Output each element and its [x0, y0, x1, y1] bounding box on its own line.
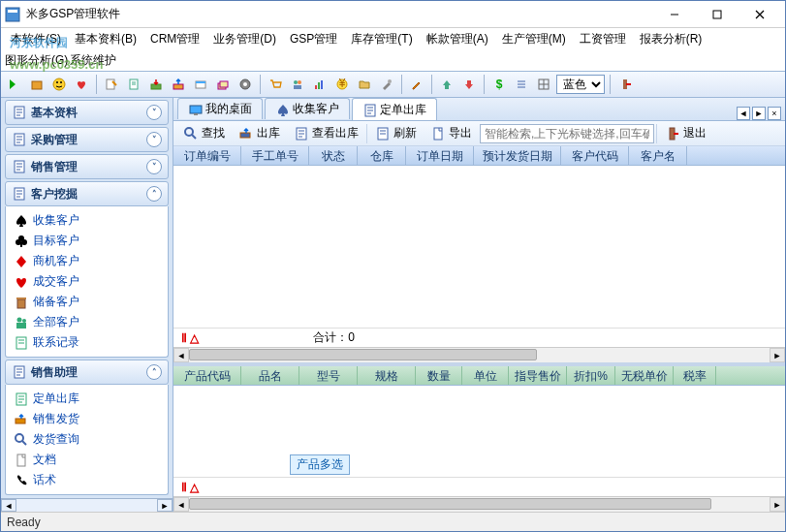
column-header[interactable]: 订单编号: [173, 146, 241, 165]
column-header[interactable]: 手工单号: [241, 146, 309, 165]
tab[interactable]: 我的桌面: [177, 98, 263, 119]
tb-people-icon[interactable]: [288, 75, 307, 94]
hscroll-right[interactable]: ►: [770, 348, 785, 362]
view-button[interactable]: 查看出库: [288, 123, 364, 144]
menu-item[interactable]: GSP管理: [284, 29, 343, 49]
tb-doc-icon[interactable]: [124, 75, 143, 94]
sidebar-item[interactable]: 收集客户: [8, 210, 166, 231]
hscroll-right[interactable]: ►: [770, 497, 785, 512]
sidebar-item[interactable]: 销售发货: [8, 409, 166, 429]
tb-chart-icon[interactable]: [310, 75, 330, 94]
close-button[interactable]: [739, 2, 781, 27]
scroll-left-button[interactable]: ◄: [1, 499, 16, 512]
tb-dollar-icon[interactable]: $: [489, 75, 509, 94]
find-button[interactable]: 查找: [177, 123, 231, 144]
tb-out-icon[interactable]: [169, 75, 188, 94]
sidebar-item[interactable]: 联系记录: [8, 332, 166, 353]
tb-folder-icon[interactable]: [355, 75, 374, 94]
menu-item[interactable]: 报表分析(R): [634, 29, 708, 49]
export-button[interactable]: 导出: [424, 123, 478, 144]
menu-item[interactable]: 本软件(S): [5, 29, 67, 49]
sidebar-item[interactable]: 文档: [8, 450, 166, 470]
column-header[interactable]: 产品代码: [173, 366, 241, 385]
menu-item[interactable]: 帐款管理(A): [421, 29, 494, 49]
tb-in-icon[interactable]: [146, 75, 166, 94]
column-header[interactable]: 客户代码: [561, 146, 629, 165]
column-header[interactable]: 单位: [462, 366, 509, 385]
tb-cart-icon[interactable]: [266, 75, 285, 94]
menu-item[interactable]: 生产管理(M): [496, 29, 572, 49]
column-header[interactable]: 数量: [416, 366, 462, 385]
sidebar-header-crm[interactable]: 客户挖掘˄: [5, 181, 169, 206]
tb-edit-icon[interactable]: [407, 75, 426, 94]
column-header[interactable]: 税率: [674, 366, 716, 385]
tb-card-icon[interactable]: [191, 75, 210, 94]
menu-item[interactable]: 基本资料(B): [69, 29, 142, 49]
menu-item[interactable]: 系统维护: [70, 52, 116, 69]
lower-grid-body[interactable]: 产品多选: [173, 386, 785, 477]
hscroll-left[interactable]: ◄: [173, 348, 189, 362]
column-header[interactable]: 规格: [358, 366, 416, 385]
tab-next-button[interactable]: ►: [752, 107, 766, 120]
column-header[interactable]: 折扣%: [567, 366, 615, 385]
sidebar-item[interactable]: 储备客户: [8, 292, 166, 312]
tab[interactable]: 定单出库: [352, 98, 437, 120]
menu-item[interactable]: 库存管理(T): [345, 29, 418, 49]
column-header[interactable]: 型号: [299, 366, 358, 385]
sidebar-header-assist[interactable]: 销售助理˄: [5, 360, 169, 385]
out-button[interactable]: 出库: [233, 123, 286, 144]
tab-close-button[interactable]: ×: [768, 107, 781, 120]
tb-arrow-icon[interactable]: [5, 75, 24, 94]
sidebar-item[interactable]: 商机客户: [8, 251, 166, 271]
scroll-right-button[interactable]: ►: [157, 499, 173, 512]
hscroll-track[interactable]: [189, 497, 770, 512]
column-header[interactable]: 品名: [241, 366, 299, 385]
minimize-button[interactable]: [653, 2, 696, 27]
menu-item[interactable]: CRM管理: [144, 29, 205, 49]
upper-grid-body[interactable]: [173, 166, 785, 328]
tb-settings-icon[interactable]: [236, 75, 255, 94]
tb-stack-icon[interactable]: [213, 75, 233, 94]
column-header[interactable]: 仓库: [358, 146, 406, 165]
hscroll-left[interactable]: ◄: [173, 497, 189, 512]
column-header[interactable]: 状态: [309, 146, 358, 165]
hscroll-thumb[interactable]: [189, 349, 537, 360]
sidebar-header-basic[interactable]: 基本资料˅: [5, 100, 169, 125]
tb-money-icon[interactable]: ¥: [332, 75, 352, 94]
sidebar-item[interactable]: 全部客户: [8, 312, 166, 332]
tb-grid-icon[interactable]: [534, 75, 553, 94]
multi-select-button[interactable]: 产品多选: [290, 454, 350, 475]
theme-select[interactable]: 蓝色: [556, 75, 605, 94]
sidebar-item[interactable]: 成交客户: [8, 271, 166, 292]
tb-smile-icon[interactable]: [49, 75, 69, 94]
column-header[interactable]: 客户名: [629, 146, 687, 165]
menu-item[interactable]: 工资管理: [574, 29, 632, 49]
sidebar-item[interactable]: 目标客户: [8, 231, 166, 251]
tb-compose-icon[interactable]: [102, 75, 121, 94]
tab-prev-button[interactable]: ◄: [737, 107, 750, 120]
refresh-button[interactable]: 刷新: [369, 123, 423, 144]
menu-item[interactable]: 业务管理(D): [207, 29, 282, 49]
sidebar-header-purchase[interactable]: 采购管理˅: [5, 127, 169, 152]
column-header[interactable]: 指导售价: [509, 366, 567, 385]
tb-heart-icon[interactable]: [72, 75, 91, 94]
maximize-button[interactable]: [696, 2, 739, 27]
scroll-track[interactable]: [16, 499, 157, 512]
column-header[interactable]: 无税单价: [615, 366, 674, 385]
menu-item[interactable]: 图形分析(G): [5, 52, 68, 69]
exit-button[interactable]: 退出: [659, 123, 712, 144]
column-header[interactable]: 预计发货日期: [474, 146, 561, 165]
tb-exit-icon[interactable]: [615, 75, 635, 94]
hscroll-thumb[interactable]: [189, 498, 711, 510]
column-header[interactable]: 订单日期: [406, 146, 474, 165]
tb-up-icon[interactable]: [437, 75, 456, 94]
tb-list-icon[interactable]: [512, 75, 531, 94]
hscroll-track[interactable]: [189, 348, 770, 362]
tb-tool-icon[interactable]: [377, 75, 396, 94]
search-input[interactable]: [480, 124, 654, 143]
sidebar-item[interactable]: 发货查询: [8, 429, 166, 450]
tb-box-icon[interactable]: [27, 75, 47, 94]
sidebar-item[interactable]: 话术: [8, 470, 166, 490]
tb-down-icon[interactable]: [459, 75, 479, 94]
tab[interactable]: 收集客户: [265, 98, 350, 119]
